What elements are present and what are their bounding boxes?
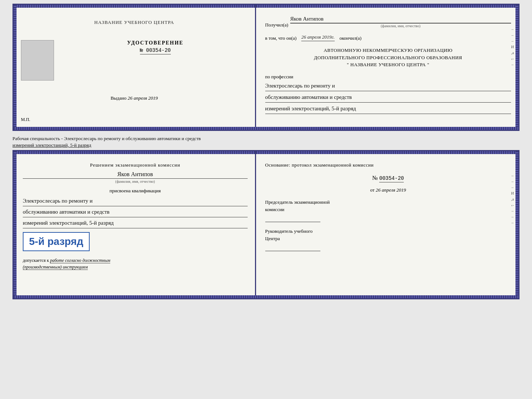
document-container: НАЗВАНИЕ УЧЕБНОГО ЦЕНТРА УДОСТОВЕРЕНИЕ №… xyxy=(12,4,520,299)
org-line2: ДОПОЛНИТЕЛЬНОГО ПРОФЕССИОНАЛЬНОГО ОБРАЗО… xyxy=(265,54,511,61)
assigned-text: присвоена квалификация xyxy=(23,188,248,194)
qual-line3: измерений электростанций, 5-й разряд xyxy=(23,218,248,228)
qual-line1: Электрослесарь по ремонту и xyxy=(23,196,248,206)
profession-line3: измерений электростанций, 5-й разряд xyxy=(265,104,511,114)
qual-line2: обслуживанию автоматики и средств xyxy=(23,207,248,217)
допускается-suffix: (производственным) инструкциям xyxy=(23,264,88,270)
recipient-line: Получил(а) Яков Антипов (фамилия, имя, о… xyxy=(265,16,511,28)
chairman-signature-line xyxy=(265,215,320,222)
head-block: Руководитель учебного Центра xyxy=(265,228,511,251)
bottom-name-handwritten: Яков Антипов xyxy=(23,171,248,179)
vtom-line: в том, что он(а) 26 апреля 2019г. окончи… xyxy=(265,34,511,41)
side-letters-top: – – – И ,а ‹- – xyxy=(511,27,514,67)
head-line2: Центра xyxy=(265,235,511,242)
profession-line1: Электрослесарь по ремонту и xyxy=(265,81,511,91)
udostoverenie-label: УДОСТОВЕРЕНИЕ xyxy=(127,40,183,46)
issued-line: Выдано 26 апреля 2019 xyxy=(21,95,248,101)
head-line1: Руководитель учебного xyxy=(265,228,511,235)
po-professii: по профессии Электрослесарь по ремонту и… xyxy=(265,74,511,114)
diploma-top-right-page: Получил(а) Яков Антипов (фамилия, имя, о… xyxy=(256,5,518,130)
fio-label-top: (фамилия, имя, отчество) xyxy=(290,23,511,28)
mp-label: М.П. xyxy=(21,106,30,122)
org-line3: " НАЗВАНИЕ УЧЕБНОГО ЦЕНТРА " xyxy=(265,61,511,68)
head-signature-line xyxy=(265,244,320,251)
org-line1: АВТОНОМНУЮ НЕКОММЕРЧЕСКУЮ ОРГАНИЗАЦИЮ xyxy=(265,47,511,54)
okoncil-suffix: окончил(а) xyxy=(339,35,362,41)
rank-badge: 5-й разряд xyxy=(23,232,90,251)
ot-date: 26 апреля 2019 xyxy=(376,187,406,193)
recipient-prefix: Получил(а) xyxy=(265,22,288,28)
diploma-book-bottom: Решением экзаменационной комиссии Яков А… xyxy=(12,150,520,299)
osnovanie-text: Основание: протокол экзаменационной коми… xyxy=(265,162,511,168)
issued-date: 26 апреля 2019 xyxy=(127,95,158,101)
vtom-prefix: в том, что он(а) xyxy=(265,35,297,41)
cert-photo-placeholder xyxy=(21,40,54,81)
profession-line2: обслуживанию автоматики и средств xyxy=(265,92,511,103)
vtom-date: 26 апреля 2019г. xyxy=(301,34,334,41)
recipient-name: Яков Антипов xyxy=(290,16,511,23)
cert-main-block: УДОСТОВЕРЕНИЕ № 00354-20 xyxy=(60,40,248,56)
ot-prefix: от xyxy=(370,187,375,193)
допускается-work: работе согласно должностным xyxy=(50,258,110,263)
po-professii-label: по профессии xyxy=(265,74,294,79)
org-title-left: НАЗВАНИЕ УЧЕБНОГО ЦЕНТРА xyxy=(21,19,248,25)
protocol-block: № 00354-20 xyxy=(265,174,511,184)
separator-line1: Рабочая специальность - Электрослесарь п… xyxy=(12,136,201,141)
допускается-line: допускается к работе согласно должностны… xyxy=(23,257,248,270)
decision-text: Решением экзаменационной комиссии xyxy=(23,162,248,168)
chairman-block: Председатель экзаменационной комиссии xyxy=(265,199,511,222)
protocol-prefix: № xyxy=(372,175,378,181)
chairman-line2: комиссии xyxy=(265,206,511,213)
org-block: АВТОНОМНУЮ НЕКОММЕРЧЕСКУЮ ОРГАНИЗАЦИЮ ДО… xyxy=(265,47,511,68)
chairman-line1: Председатель экзаменационной xyxy=(265,199,511,206)
допускается-prefix: допускается к xyxy=(23,258,49,263)
ot-line: от 26 апреля 2019 xyxy=(265,187,511,193)
separator-text: Рабочая специальность - Электрослесарь п… xyxy=(12,132,520,150)
protocol-number: 00354-20 xyxy=(379,175,404,182)
cert-number: № 00354-20 xyxy=(140,47,171,54)
diploma-book-top: НАЗВАНИЕ УЧЕБНОГО ЦЕНТРА УДОСТОВЕРЕНИЕ №… xyxy=(12,4,520,131)
side-letters-bottom: – – – И ,а ‹- – – – xyxy=(511,173,514,225)
issued-prefix: Выдано xyxy=(111,95,126,101)
separator-line2: измерений электростанций, 5-й разряд xyxy=(12,142,91,148)
diploma-bottom-right-page: Основание: протокол экзаменационной коми… xyxy=(256,151,518,298)
diploma-bottom-left-page: Решением экзаменационной комиссии Яков А… xyxy=(14,151,256,298)
fio-label-bottom: (фамилия, имя, отчество) xyxy=(23,179,248,184)
diploma-top-left-page: НАЗВАНИЕ УЧЕБНОГО ЦЕНТРА УДОСТОВЕРЕНИЕ №… xyxy=(14,5,256,130)
